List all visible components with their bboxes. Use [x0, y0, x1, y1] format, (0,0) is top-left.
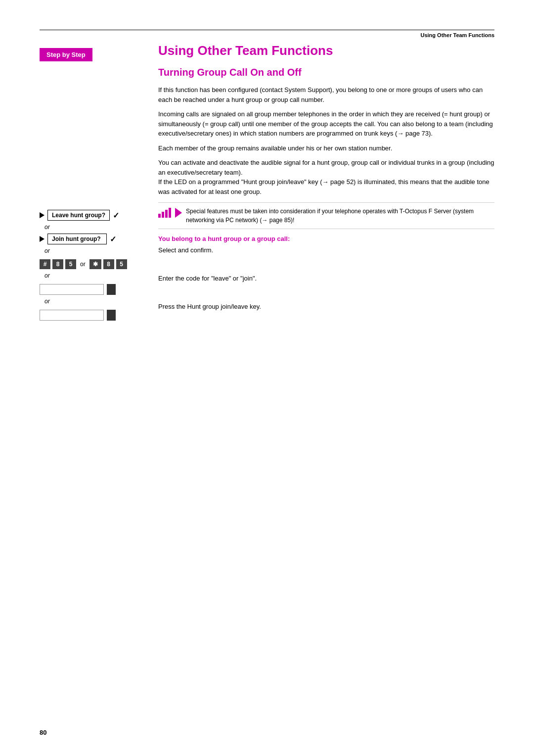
instruction-text-3: Press the Hunt group join/leave key. [158, 303, 261, 310]
key-hash: # [40, 259, 50, 269]
note-box: Special features must be taken into cons… [158, 202, 494, 229]
page-header: Using Other Team Functions [0, 30, 534, 43]
hunt-key-input-2 [40, 310, 104, 321]
instruction-enter-code: Enter the code for "leave" or "join". [158, 275, 494, 282]
or-3: or [40, 272, 143, 279]
keypad-row: # 8 5 or ✱ 8 5 [40, 259, 143, 269]
hunt-key-row-2 [40, 310, 143, 321]
section-title: Using Other Team Functions [158, 43, 494, 58]
note-bar-4 [158, 214, 161, 218]
leave-hunt-group-row: Leave hunt group? ✓ [40, 210, 143, 221]
paragraph-2: Incoming calls are signaled on all group… [158, 109, 494, 139]
triangle-icon-leave [40, 212, 44, 218]
note-bar-1 [169, 208, 171, 218]
paragraph-1: If this function has been configured (co… [158, 85, 494, 104]
key-5-2: 5 [116, 259, 127, 269]
right-instructions: Select and confirm. Enter the code for "… [158, 246, 494, 310]
instruction-spacer-2 [158, 284, 494, 303]
note-bars-icon [158, 208, 171, 218]
instruction-spacer-1 [158, 256, 494, 275]
hunt-key-black-2 [107, 310, 116, 321]
left-sidebar: Step by Step Leave hunt group? ✓ or Join… [40, 43, 143, 323]
subsection-title: Turning Group Call On and Off [158, 66, 494, 78]
instruction-text-1: Select and confirm. [158, 246, 213, 254]
triangle-icon-join [40, 236, 44, 242]
key-8-2: 8 [103, 259, 114, 269]
key-8-1: 8 [52, 259, 63, 269]
or-4: or [40, 298, 143, 305]
hunt-group-label: You belong to a hunt group or a group ca… [158, 235, 494, 242]
checkmark-join: ✓ [110, 235, 116, 244]
header-title: Using Other Team Functions [420, 32, 494, 38]
instruction-press-key: Press the Hunt group join/leave key. [158, 303, 494, 310]
key-5-1: 5 [65, 259, 76, 269]
key-star: ✱ [89, 259, 101, 269]
instruction-select-confirm: Select and confirm. [158, 246, 494, 254]
hunt-key-input-1 [40, 284, 104, 295]
note-bar-2 [165, 210, 168, 218]
join-hunt-group-row: Join hunt group? ✓ [40, 234, 143, 244]
leave-hunt-group-btn[interactable]: Leave hunt group? [47, 210, 110, 221]
note-bar-3 [162, 212, 164, 218]
hunt-key-row-1 [40, 284, 143, 295]
page-number: 80 [40, 729, 46, 736]
or-1: or [40, 224, 143, 231]
note-text: Special features must be taken into cons… [186, 207, 494, 225]
main-content: Using Other Team Functions Turning Group… [143, 43, 494, 323]
page: Using Other Team Functions Step by Step … [0, 0, 534, 756]
join-hunt-group-btn[interactable]: Join hunt group? [47, 234, 107, 244]
paragraph-3: Each member of the group remains availab… [158, 143, 494, 153]
or-2: or [40, 247, 143, 254]
step-by-step-badge: Step by Step [40, 48, 92, 61]
note-triangle-icon [175, 208, 182, 218]
instruction-text-2: Enter the code for "leave" or "join". [158, 275, 257, 282]
hunt-key-black-1 [107, 284, 116, 295]
or-keypad: or [78, 261, 88, 268]
sidebar-instructions: Leave hunt group? ✓ or Join hunt group? … [40, 210, 143, 323]
content-area: Step by Step Leave hunt group? ✓ or Join… [0, 43, 534, 323]
paragraph-4: You can activate and deactivate the audi… [158, 158, 494, 196]
checkmark-leave: ✓ [113, 211, 119, 220]
